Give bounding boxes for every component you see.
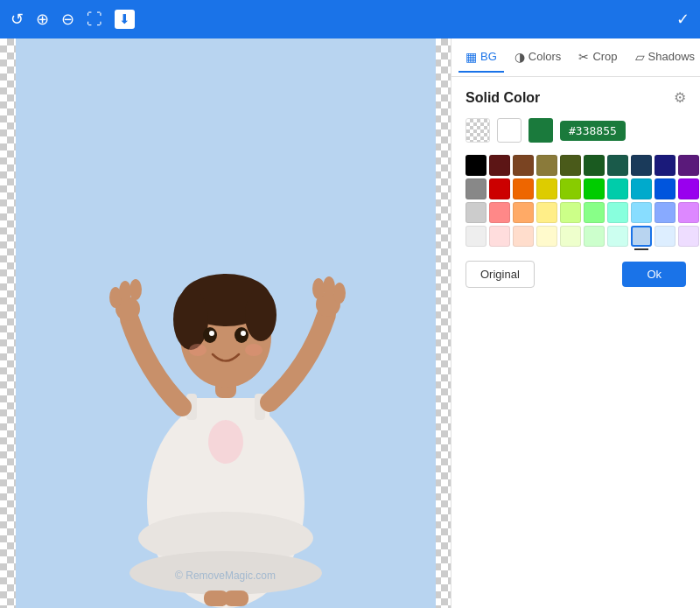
color-cell[interactable] — [584, 226, 605, 247]
svg-point-10 — [173, 289, 208, 350]
color-cell[interactable] — [513, 226, 534, 247]
color-cell[interactable] — [607, 202, 628, 223]
colors-tab-icon: ◑ — [514, 50, 525, 64]
color-hex-display[interactable]: #338855 — [560, 121, 626, 141]
color-cell[interactable] — [654, 226, 676, 247]
color-cell[interactable] — [513, 178, 534, 199]
color-cell[interactable] — [654, 155, 676, 176]
color-cell[interactable] — [560, 178, 581, 199]
color-cell[interactable] — [678, 226, 699, 247]
original-button[interactable]: Original — [466, 261, 535, 288]
color-cell[interactable] — [560, 155, 581, 176]
tab-shadows-label: Shadows — [648, 50, 695, 63]
color-cell[interactable] — [466, 178, 486, 199]
color-cell[interactable] — [678, 202, 699, 223]
svg-point-25 — [312, 278, 325, 299]
color-cell[interactable] — [560, 226, 581, 247]
color-cell[interactable] — [654, 202, 676, 223]
panel-content: Solid Color ⚙ #338855 Original Ok — [452, 77, 700, 608]
color-grid — [466, 155, 686, 247]
tab-shadows[interactable]: ▱ Shadows — [628, 43, 700, 73]
toolbar-right: ✓ — [676, 10, 690, 29]
color-cell[interactable] — [513, 202, 534, 223]
crop-tab-icon: ✂ — [578, 50, 589, 64]
color-cell[interactable] — [560, 202, 581, 223]
color-cell[interactable] — [489, 155, 510, 176]
svg-rect-27 — [224, 591, 248, 606]
section-title: Solid Color — [466, 90, 540, 106]
color-cell[interactable] — [631, 202, 652, 223]
toolbar: ↺ ⊕ ⊖ ⛶ ⬇ ✓ — [0, 0, 700, 38]
color-cell[interactable] — [536, 155, 557, 176]
toolbar-left: ↺ ⊕ ⊖ ⛶ ⬇ — [10, 10, 135, 29]
color-selector-row: #338855 — [466, 118, 686, 143]
color-cell[interactable] — [584, 202, 605, 223]
color-cell[interactable] — [584, 155, 605, 176]
color-cell[interactable] — [489, 226, 510, 247]
zoom-out-icon[interactable]: ⊖ — [61, 10, 74, 29]
canvas-area: © RemoveMagic.com — [0, 38, 451, 608]
tab-bar: ▦ BG ◑ Colors ✂ Crop ▱ Shadows — [452, 38, 700, 77]
ok-button[interactable]: Ok — [622, 262, 686, 287]
color-cell[interactable] — [584, 178, 605, 199]
svg-point-16 — [189, 344, 206, 356]
svg-point-24 — [323, 276, 335, 297]
main-area: © RemoveMagic.com ▦ BG ◑ Colors ✂ Crop ▱… — [0, 38, 700, 608]
color-cell[interactable] — [489, 202, 510, 223]
color-cell[interactable] — [678, 155, 699, 176]
tab-bg[interactable]: ▦ BG — [458, 43, 504, 73]
color-cell[interactable] — [654, 178, 676, 199]
green-swatch[interactable] — [528, 118, 553, 143]
color-cell[interactable] — [678, 178, 699, 199]
color-cell[interactable] — [536, 226, 557, 247]
svg-point-20 — [119, 281, 131, 302]
svg-point-11 — [245, 289, 276, 341]
shadows-tab-icon: ▱ — [635, 50, 645, 64]
action-row: Original Ok — [466, 261, 686, 288]
svg-point-17 — [245, 344, 262, 356]
zoom-in-icon[interactable]: ⊕ — [36, 10, 49, 29]
section-header: Solid Color ⚙ — [466, 89, 686, 106]
undo-icon[interactable]: ↺ — [10, 10, 24, 29]
check-icon[interactable]: ✓ — [676, 10, 690, 29]
tab-crop-label: Crop — [592, 50, 617, 63]
tab-colors[interactable]: ◑ Colors — [508, 43, 569, 73]
svg-point-23 — [333, 283, 346, 304]
color-cell[interactable] — [631, 226, 652, 247]
white-swatch[interactable] — [497, 118, 522, 143]
subject-image — [77, 66, 374, 608]
color-cell[interactable] — [513, 155, 534, 176]
watermark: © RemoveMagic.com — [175, 570, 276, 582]
color-cell[interactable] — [536, 202, 557, 223]
color-cell[interactable] — [607, 226, 628, 247]
download-icon[interactable]: ⬇ — [115, 10, 135, 29]
color-cell[interactable] — [536, 178, 557, 199]
gear-icon[interactable]: ⚙ — [674, 89, 686, 106]
color-cell[interactable] — [489, 178, 510, 199]
color-cell[interactable] — [631, 155, 652, 176]
color-cell[interactable] — [607, 178, 628, 199]
image-container: © RemoveMagic.com — [16, 38, 436, 608]
svg-point-15 — [241, 331, 246, 336]
color-cell[interactable] — [607, 155, 628, 176]
color-cell[interactable] — [631, 178, 652, 199]
tab-crop[interactable]: ✂ Crop — [571, 43, 624, 73]
fit-icon[interactable]: ⛶ — [87, 10, 102, 29]
svg-point-14 — [209, 331, 214, 336]
svg-point-21 — [130, 279, 142, 300]
right-panel: ▦ BG ◑ Colors ✂ Crop ▱ Shadows Solid Col… — [451, 38, 700, 608]
svg-point-6 — [208, 420, 243, 464]
color-cell[interactable] — [466, 202, 486, 223]
color-cell[interactable] — [466, 226, 486, 247]
color-cell[interactable] — [466, 155, 486, 176]
transparent-swatch[interactable] — [466, 118, 490, 143]
tab-bg-label: BG — [480, 50, 497, 63]
bg-tab-icon: ▦ — [466, 50, 477, 64]
tab-colors-label: Colors — [528, 50, 562, 63]
